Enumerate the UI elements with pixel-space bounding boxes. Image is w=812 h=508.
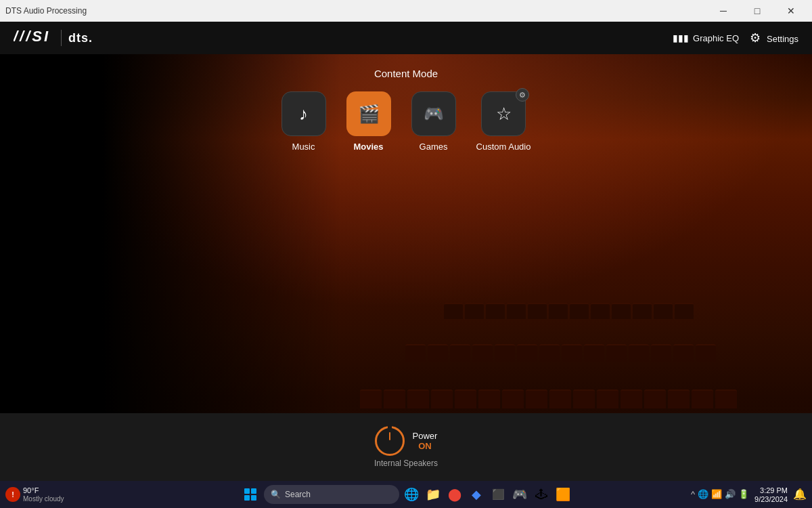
header-controls: ▮▮▮ Graphic EQ ⚙ Settings bbox=[673, 30, 798, 45]
content-mode-label: Content Mode bbox=[374, 68, 438, 79]
taskbar: ! 90°F Mostly cloudy 🔍 Search 🌐 📁 ⬤ ◆ ⬛ bbox=[0, 481, 812, 508]
music-icon: ♪ bbox=[299, 104, 308, 125]
dts-logo: dts. bbox=[68, 28, 102, 48]
app-title: DTS Audio Processing bbox=[5, 6, 87, 16]
window-controls: ─ □ ✕ bbox=[708, 0, 807, 22]
games-mode-label: Games bbox=[420, 142, 448, 152]
taskbar-left: ! 90°F Mostly cloudy bbox=[5, 486, 64, 503]
windows-logo-icon bbox=[244, 488, 256, 501]
content-area: Content Mode ♪ Music 🎬 Movies bbox=[0, 54, 812, 481]
clock-time: 3:29 PM bbox=[760, 486, 788, 495]
app-header: ///SI dts. ▮▮▮ Graphic EQ ⚙ Settings bbox=[0, 22, 812, 54]
tray-battery-icon[interactable]: 🔋 bbox=[738, 489, 749, 499]
steam-icon[interactable]: 🕹 bbox=[532, 485, 551, 504]
power-button[interactable] bbox=[375, 426, 405, 456]
content-mode-section: Content Mode ♪ Music 🎬 Movies bbox=[0, 54, 812, 152]
edge-icon[interactable]: 🌐 bbox=[402, 485, 421, 504]
title-bar: DTS Audio Processing ─ □ ✕ bbox=[0, 0, 812, 22]
header-logo: ///SI dts. bbox=[14, 28, 102, 48]
weather-widget[interactable]: ! 90°F Mostly cloudy bbox=[5, 486, 64, 503]
maximize-button[interactable]: □ bbox=[742, 0, 773, 22]
system-tray: ^ 🌐 📶 🔊 🔋 bbox=[691, 489, 749, 499]
mode-buttons-group: ♪ Music 🎬 Movies 🎮 Games bbox=[281, 91, 531, 152]
start-button[interactable] bbox=[240, 484, 261, 505]
svg-text:///SI: ///SI bbox=[14, 28, 50, 44]
clock[interactable]: 3:29 PM 9/23/2024 bbox=[754, 486, 788, 503]
tray-chevron-icon[interactable]: ^ bbox=[691, 489, 695, 499]
clock-date: 9/23/2024 bbox=[754, 495, 788, 503]
custom-audio-mode-button[interactable]: ☆ ⚙ Custom Audio bbox=[476, 91, 531, 152]
minimize-button[interactable]: ─ bbox=[708, 0, 739, 22]
app-icon-1[interactable]: ◆ bbox=[467, 485, 486, 504]
games-icon: 🎮 bbox=[424, 104, 444, 123]
custom-mode-label: Custom Audio bbox=[476, 142, 531, 152]
weather-alert-icon: ! bbox=[12, 490, 14, 499]
settings-label: Settings bbox=[767, 34, 798, 44]
notification-icon[interactable]: 🔔 bbox=[793, 488, 807, 501]
music-mode-label: Music bbox=[292, 142, 315, 152]
custom-icon-box: ☆ ⚙ bbox=[481, 91, 526, 136]
close-button[interactable]: ✕ bbox=[775, 0, 807, 22]
eq-bars-icon: ▮▮▮ bbox=[673, 33, 689, 43]
tray-wifi-icon[interactable]: 📶 bbox=[711, 489, 722, 499]
taskbar-right: ^ 🌐 📶 🔊 🔋 3:29 PM 9/23/2024 🔔 bbox=[691, 486, 807, 503]
graphic-eq-label: Graphic EQ bbox=[693, 33, 739, 43]
search-placeholder: Search bbox=[285, 490, 311, 499]
star-icon: ☆ bbox=[496, 104, 512, 125]
weather-icon: ! bbox=[5, 487, 20, 502]
music-icon-box: ♪ bbox=[281, 91, 326, 136]
weather-text: 90°F Mostly cloudy bbox=[23, 486, 64, 503]
movies-icon: 🎬 bbox=[358, 104, 380, 125]
taskbar-center: 🔍 Search 🌐 📁 ⬤ ◆ ⬛ 🎮 🕹 🟧 bbox=[240, 484, 572, 505]
movies-mode-label: Movies bbox=[353, 142, 383, 152]
msi-logo: ///SI bbox=[14, 28, 54, 48]
app-icon-2[interactable]: ⬛ bbox=[489, 485, 508, 504]
search-bar[interactable]: 🔍 Search bbox=[264, 485, 399, 504]
movies-mode-button[interactable]: 🎬 Movies bbox=[346, 91, 391, 152]
chrome-icon[interactable]: ⬤ bbox=[445, 485, 464, 504]
settings-icon: ⚙ bbox=[750, 31, 761, 45]
power-labels: Power ON bbox=[413, 431, 438, 451]
graphic-eq-button[interactable]: ▮▮▮ Graphic EQ bbox=[673, 33, 739, 43]
weather-description: Mostly cloudy bbox=[23, 495, 64, 503]
settings-button[interactable]: ⚙ Settings bbox=[750, 30, 798, 45]
file-explorer-icon[interactable]: 📁 bbox=[424, 485, 443, 504]
app-window: ///SI dts. ▮▮▮ Graphic EQ ⚙ Settings bbox=[0, 22, 812, 481]
xbox-icon[interactable]: 🎮 bbox=[510, 485, 529, 504]
gear-badge-icon: ⚙ bbox=[519, 91, 526, 100]
power-status: ON bbox=[418, 441, 432, 451]
power-label: Power bbox=[413, 431, 438, 441]
weather-temp: 90°F bbox=[23, 486, 64, 495]
games-icon-box: 🎮 bbox=[411, 91, 456, 136]
app-icon-3[interactable]: 🟧 bbox=[554, 485, 572, 504]
speaker-label: Internal Speakers bbox=[374, 459, 438, 468]
logo-divider bbox=[61, 30, 62, 46]
custom-settings-badge: ⚙ bbox=[516, 88, 529, 102]
search-icon: 🔍 bbox=[271, 490, 281, 499]
svg-text:dts.: dts. bbox=[68, 31, 93, 45]
music-mode-button[interactable]: ♪ Music bbox=[281, 91, 326, 152]
games-mode-button[interactable]: 🎮 Games bbox=[411, 91, 456, 152]
movies-icon-box: 🎬 bbox=[346, 91, 391, 136]
power-section: Power ON Internal Speakers bbox=[0, 413, 812, 481]
tray-volume-icon[interactable]: 🔊 bbox=[725, 489, 736, 499]
tray-network-icon[interactable]: 🌐 bbox=[698, 489, 708, 499]
